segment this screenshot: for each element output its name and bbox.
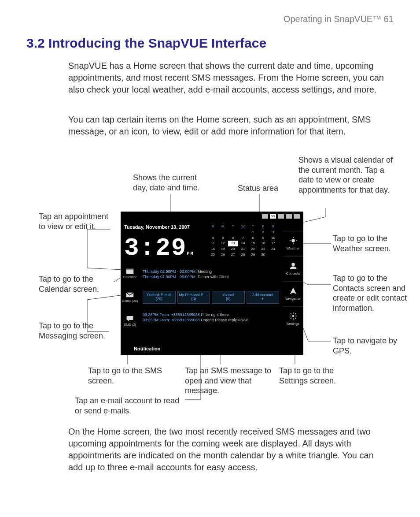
intro-paragraph-2: You can tap certain items on the Home sc…: [68, 114, 385, 138]
callout-status: Status area: [238, 183, 278, 193]
callout-sms-message: Tap an SMS message to open and view that…: [185, 366, 273, 396]
callout-weather: Tap to go to the Weather screen.: [333, 234, 399, 253]
calendar-day[interactable]: [218, 230, 228, 235]
page-header: Operating in SnapVUE™ 61: [284, 13, 394, 25]
svg-marker-34: [128, 320, 129, 321]
calendar-button[interactable]: Calendar: [123, 268, 136, 288]
sms-meta: 03:25PM From: +885912865038: [143, 318, 200, 322]
notification-bar[interactable]: Notification: [134, 346, 161, 352]
email-tab-count: (20): [144, 297, 174, 301]
callout-messaging: Tap to go to the Messaging screen.: [39, 321, 109, 341]
calendar-day[interactable]: 10: [268, 235, 278, 241]
appointment-item[interactable]: Thursday 07:00PM - 09:00PM: Dinner with …: [143, 274, 279, 279]
calendar-day[interactable]: 23: [258, 246, 268, 252]
svg-point-27: [291, 263, 295, 266]
calendar-day[interactable]: [228, 230, 238, 235]
calendar-day[interactable]: 15: [248, 241, 258, 246]
home-time-value: 3:29: [124, 234, 187, 262]
email-button[interactable]: E-mail (20): [122, 292, 138, 312]
calendar-day[interactable]: 26: [218, 252, 228, 258]
calendar-day[interactable]: 27: [228, 252, 238, 258]
callout-visual-calendar: Shows a visual calendar of the current m…: [298, 155, 394, 195]
sms-item[interactable]: 03:26PM From: +885912865038 I'll be righ…: [143, 312, 279, 317]
intro-paragraph-3: On the Home screen, the two most recentl…: [68, 426, 390, 473]
svg-rect-31: [126, 269, 134, 270]
calendar-day[interactable]: 20: [228, 246, 238, 252]
email-tab-count: (0): [213, 297, 243, 301]
settings-button[interactable]: Settings: [283, 306, 303, 331]
three-g-icon: 3G: [270, 214, 276, 219]
calendar-day[interactable]: 2: [258, 230, 268, 235]
calendar-day[interactable]: 9: [258, 235, 268, 241]
calendar-day[interactable]: 17: [268, 241, 278, 246]
calendar-day[interactable]: 3: [268, 230, 278, 235]
svg-point-22: [291, 239, 295, 242]
sms-item[interactable]: 03:25PM From: +885912865038 Urgent! Plea…: [143, 317, 279, 323]
left-shortcuts: Calendar E-mail (20) SMS (2): [121, 268, 139, 339]
calendar-day[interactable]: 16: [258, 241, 268, 246]
sim-icon: [262, 214, 268, 219]
contacts-icon: [289, 262, 297, 270]
appointment-title: Meeting: [197, 269, 212, 274]
calendar-day[interactable]: 18: [208, 246, 218, 252]
calendar-day[interactable]: 4: [208, 235, 218, 241]
add-email-account-tab[interactable]: Add Account+: [247, 291, 280, 304]
appointment-title: Dinner with Client: [197, 275, 229, 279]
svg-marker-28: [290, 287, 296, 294]
callout-appointment: Tap an appointment to view or edit it.: [39, 212, 109, 231]
calendar-day[interactable]: 11: [208, 241, 218, 246]
calendar-day[interactable]: 28: [238, 252, 248, 258]
navigation-icon: [289, 287, 297, 295]
calendar-day[interactable]: 14: [238, 241, 248, 246]
side-shortcuts: Weather Contacts Navigation Settings: [283, 231, 303, 331]
calendar-day[interactable]: 13: [228, 241, 238, 246]
month-calendar[interactable]: SMTWTFS123456789101112131415161718192021…: [208, 224, 278, 258]
calendar-day[interactable]: [238, 230, 248, 235]
calendar-day[interactable]: [268, 252, 278, 258]
callout-calendar-icon: Tap to go to the Calendar screen.: [39, 274, 114, 294]
calendar-day[interactable]: [208, 230, 218, 235]
settings-label: Settings: [287, 322, 299, 327]
section-title: 3.2 Introducing the SnapVUE Interface: [26, 34, 266, 52]
email-account-tab[interactable]: Yahoo!(0): [212, 291, 245, 304]
calendar-day[interactable]: 6: [228, 235, 238, 241]
calendar-day[interactable]: 29: [248, 252, 258, 258]
calendar-day[interactable]: 7: [238, 235, 248, 241]
calendar-day[interactable]: 22: [248, 246, 258, 252]
email-tab-count: (0): [179, 297, 209, 301]
calendar-icon: [126, 268, 134, 274]
calendar-day[interactable]: 25: [208, 252, 218, 258]
email-account-tab[interactable]: My Personal E-…(0): [177, 291, 210, 304]
appointment-time: Thursday 02:00PM - 03:00PM:: [143, 269, 197, 274]
sms-preview: Urgent! Please reply ASAP.: [200, 318, 249, 322]
appointment-item[interactable]: Thursday 02:00PM - 03:00PM: Meeting: [143, 269, 279, 274]
home-date[interactable]: Tuesday, November 13, 2007: [124, 224, 190, 231]
calendar-day[interactable]: 12: [218, 241, 228, 246]
callout-datetime: Shows the current day, date and time.: [133, 173, 212, 193]
navigation-label: Navigation: [285, 297, 302, 301]
email-icon: [126, 292, 134, 298]
calendar-day[interactable]: 5: [218, 235, 228, 241]
calendar-day[interactable]: 19: [218, 246, 228, 252]
sms-meta: 03:26PM From: +885912865038: [143, 312, 200, 317]
svg-point-29: [292, 315, 294, 317]
calendar-day[interactable]: 21: [238, 246, 248, 252]
calendar-day[interactable]: 1: [248, 230, 258, 235]
home-time[interactable]: 3:29PM: [124, 232, 194, 265]
weather-button[interactable]: Weather: [283, 231, 303, 256]
signal-icon: [278, 214, 284, 219]
calendar-day[interactable]: 8: [248, 235, 258, 241]
battery-icon: [294, 214, 300, 219]
status-area[interactable]: 3G: [262, 214, 300, 219]
email-accounts: Outlook E-mail(20) My Personal E-…(0) Ya…: [143, 291, 279, 304]
calendar-label: Calendar: [123, 275, 136, 279]
email-account-tab[interactable]: Outlook E-mail(20): [143, 291, 176, 304]
calendar-day[interactable]: 30: [258, 252, 268, 258]
sms-button[interactable]: SMS (2): [124, 316, 136, 336]
navigation-button[interactable]: Navigation: [283, 281, 303, 306]
callout-gps: Tap to navigate by GPS.: [333, 336, 403, 356]
contacts-button[interactable]: Contacts: [283, 256, 303, 281]
intro-paragraph-1: SnapVUE has a Home screen that shows the…: [68, 60, 385, 96]
calendar-day[interactable]: 24: [268, 246, 278, 252]
home-time-ampm: PM: [187, 251, 194, 256]
